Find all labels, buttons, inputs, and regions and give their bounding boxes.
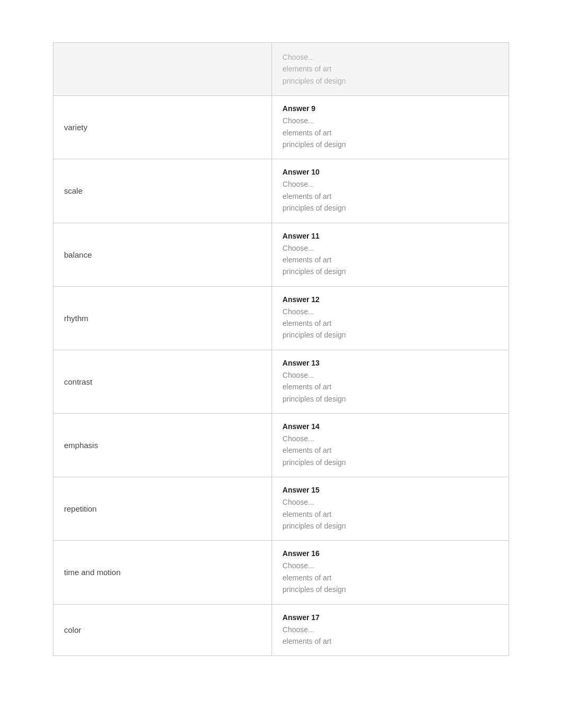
option-item[interactable]: principles of design [283,584,498,595]
option-item[interactable]: elements of art [283,508,498,520]
term-cell: rhythm [53,287,272,350]
option-item[interactable]: principles of design [283,329,498,341]
quiz-row: Choose...elements of artprinciples of de… [53,43,509,96]
answer-cell: Answer 17Choose...elements of art [272,605,509,656]
answer-label: Answer 15 [283,486,498,494]
option-item[interactable]: principles of design [283,266,498,277]
answer-cell: Choose...elements of artprinciples of de… [272,43,509,95]
option-item[interactable]: Choose... [283,178,498,190]
option-item[interactable]: elements of art [283,635,498,647]
option-item[interactable]: Choose... [283,51,498,63]
option-item[interactable]: elements of art [283,127,498,139]
answer-cell: Answer 15Choose...elements of artprincip… [272,477,509,540]
option-item[interactable]: Choose... [283,560,498,571]
option-item[interactable]: principles of design [283,75,498,87]
answer-label: Answer 11 [283,232,498,240]
quiz-row: rhythmAnswer 12Choose...elements of artp… [53,287,509,350]
quiz-row: scaleAnswer 10Choose...elements of artpr… [53,159,509,223]
term-cell: variety [53,96,272,159]
answer-cell: Answer 16Choose...elements of artprincip… [272,541,509,604]
answer-label: Answer 12 [283,295,498,304]
answer-cell: Answer 13Choose...elements of artprincip… [272,350,509,413]
term-label: balance [64,250,92,259]
quiz-row: colorAnswer 17Choose...elements of art [53,605,509,656]
term-label: contrast [64,377,92,386]
term-cell: time and motion [53,541,272,604]
option-item[interactable]: elements of art [283,254,498,266]
quiz-row: emphasisAnswer 14Choose...elements of ar… [53,414,509,477]
option-item[interactable]: Choose... [283,242,498,254]
term-cell: color [53,605,272,656]
term-cell: emphasis [53,414,272,477]
term-label: scale [64,186,83,195]
term-label: emphasis [64,441,98,450]
quiz-row: time and motionAnswer 16Choose...element… [53,541,509,604]
quiz-row: balanceAnswer 11Choose...elements of art… [53,223,509,287]
option-item[interactable]: Choose... [283,115,498,126]
term-label: time and motion [64,568,121,577]
option-item[interactable]: elements of art [283,572,498,584]
option-item[interactable]: elements of art [283,381,498,393]
term-label: repetition [64,504,97,513]
answer-cell: Answer 12Choose...elements of artprincip… [272,287,509,350]
option-item[interactable]: principles of design [283,202,498,214]
answer-cell: Answer 14Choose...elements of artprincip… [272,414,509,477]
answer-label: Answer 10 [283,168,498,176]
option-item[interactable]: Choose... [283,624,498,635]
term-cell: contrast [53,350,272,413]
option-item[interactable]: elements of art [283,444,498,456]
quiz-row: varietyAnswer 9Choose...elements of artp… [53,96,509,159]
option-item[interactable]: principles of design [283,457,498,468]
answer-label: Answer 14 [283,422,498,431]
option-item[interactable]: elements of art [283,317,498,329]
answer-label: Answer 16 [283,549,498,558]
option-item[interactable]: Choose... [283,496,498,508]
quiz-table: Choose...elements of artprinciples of de… [53,42,509,656]
option-item[interactable]: Choose... [283,433,498,444]
answer-label: Answer 17 [283,613,498,622]
term-cell [53,43,272,95]
term-label: color [64,625,81,634]
answer-label: Answer 9 [283,104,498,113]
page-wrapper: Choose...elements of artprinciples of de… [0,0,562,698]
answer-cell: Answer 11Choose...elements of artprincip… [272,223,509,286]
option-item[interactable]: elements of art [283,63,498,75]
option-item[interactable]: Choose... [283,306,498,317]
answer-label: Answer 13 [283,359,498,367]
answer-cell: Answer 10Choose...elements of artprincip… [272,159,509,222]
term-cell: balance [53,223,272,286]
term-label: rhythm [64,314,88,323]
quiz-row: repetitionAnswer 15Choose...elements of … [53,477,509,541]
quiz-row: contrastAnswer 13Choose...elements of ar… [53,350,509,414]
term-cell: repetition [53,477,272,540]
option-item[interactable]: elements of art [283,190,498,202]
option-item[interactable]: principles of design [283,520,498,532]
option-item[interactable]: Choose... [283,369,498,381]
option-item[interactable]: principles of design [283,393,498,405]
option-item[interactable]: principles of design [283,139,498,150]
answer-cell: Answer 9Choose...elements of artprincipl… [272,96,509,159]
term-label: variety [64,123,87,132]
term-cell: scale [53,159,272,222]
